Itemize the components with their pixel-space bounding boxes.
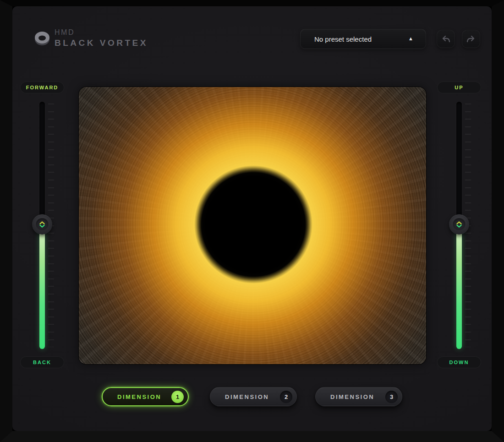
preset-selected-value: No preset selected — [314, 35, 372, 43]
brand-name: HMD — [55, 28, 148, 37]
tab-dimension-2[interactable]: DIMENSION 2 — [210, 387, 297, 406]
back-label: BACK — [20, 356, 64, 368]
tab-number-badge: 3 — [385, 391, 398, 403]
tab-number-badge: 1 — [171, 391, 184, 403]
tab-label: DIMENSION — [330, 393, 374, 400]
vortex-visualizer[interactable] — [79, 87, 426, 364]
dropdown-triangle-icon: ▲ — [408, 36, 413, 41]
up-down-slider-fill — [456, 224, 462, 349]
window-frame: HMD BLACK VORTEX No preset selected ▲ FO… — [0, 0, 504, 442]
plugin-panel: HMD BLACK VORTEX No preset selected ▲ FO… — [12, 6, 492, 431]
up-label: UP — [437, 82, 481, 93]
up-down-slider-thumb[interactable] — [449, 214, 469, 235]
forward-label: FORWARD — [20, 82, 64, 93]
torus-logo-icon — [33, 29, 51, 47]
redo-arrow-icon — [466, 33, 477, 44]
redo-button[interactable] — [462, 30, 480, 48]
preset-selector[interactable]: No preset selected ▲ — [300, 29, 426, 49]
down-label: DOWN — [437, 356, 481, 368]
undo-arrow-icon — [440, 33, 451, 44]
forward-back-slider-thumb[interactable] — [32, 214, 52, 235]
tab-label: DIMENSION — [117, 393, 161, 400]
tab-dimension-3[interactable]: DIMENSION 3 — [315, 387, 402, 406]
thumb-face — [36, 218, 49, 231]
forward-back-slider-fill — [39, 224, 45, 349]
tab-label: DIMENSION — [225, 393, 269, 400]
undo-button[interactable] — [437, 30, 455, 48]
brand-block: HMD BLACK VORTEX — [55, 28, 148, 48]
thumb-face — [453, 218, 466, 231]
tab-number-badge: 2 — [280, 391, 292, 403]
tab-dimension-1[interactable]: DIMENSION 1 — [102, 387, 189, 406]
up-down-chevrons-icon — [38, 220, 46, 229]
product-name: BLACK VORTEX — [55, 38, 148, 48]
up-down-chevrons-icon — [455, 220, 463, 229]
